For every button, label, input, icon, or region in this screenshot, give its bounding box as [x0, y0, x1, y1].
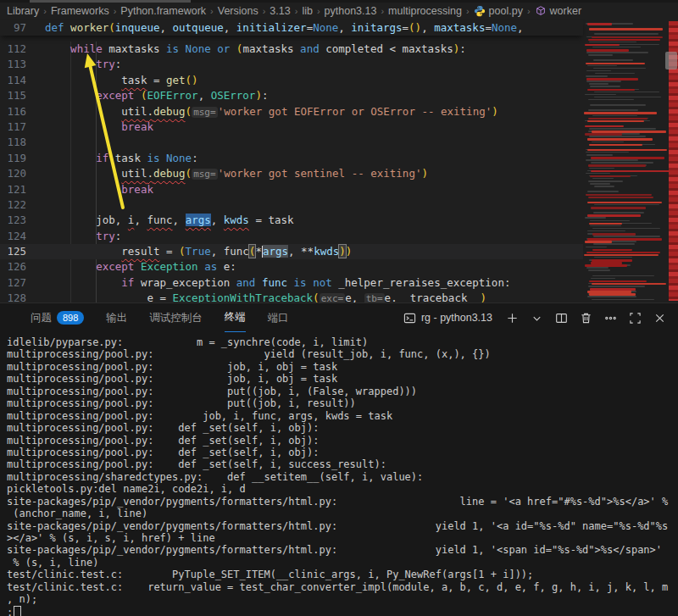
terminal-output[interactable]: idlelib/pyparse.py: m = _synchre(code, i…	[0, 334, 678, 616]
breadcrumb-item-python-framework[interactable]: Python.framework	[120, 5, 206, 17]
code-line-114[interactable]: 114 task = get()	[0, 73, 583, 88]
code-line-123[interactable]: 123 job, i, func, args, kwds = task	[0, 213, 583, 228]
breadcrumb-item-python3-13[interactable]: python3.13	[325, 5, 377, 17]
line-number[interactable]: 117	[0, 119, 26, 135]
breadcrumb-item-pool-py[interactable]: pool.py	[474, 5, 523, 17]
code-line-122[interactable]: 122	[0, 197, 583, 213]
maximize-panel-icon[interactable]	[626, 309, 643, 326]
panel-tabs: 问题898输出调试控制台终端端口	[31, 303, 289, 332]
terminal-row: multiprocessing/pool.py: job, i, obj = t…	[7, 361, 678, 373]
code-line-115[interactable]: 115 except (EOFError, OSError):	[0, 88, 583, 103]
breadcrumb-separator: ›	[210, 6, 214, 16]
close-panel-icon[interactable]	[651, 309, 668, 326]
line-number[interactable]: 116	[0, 104, 26, 119]
line-number[interactable]: 127	[0, 275, 26, 291]
line-number[interactable]: 120	[0, 166, 26, 181]
line-number[interactable]: 121	[0, 182, 26, 197]
line-number[interactable]: 118	[0, 135, 26, 150]
code-line-113[interactable]: 113 try:	[0, 57, 583, 72]
terminal-row: ></a>' % (s, i, s, i, href) + line	[7, 532, 678, 544]
line-number[interactable]: 124	[0, 229, 26, 244]
breadcrumb-item-library[interactable]: Library	[7, 5, 39, 17]
code-line-119[interactable]: 119 if task is None:	[0, 151, 583, 166]
panel-tab-terminal-active[interactable]: 终端	[225, 303, 246, 332]
line-number[interactable]: 113	[0, 57, 26, 72]
terminal-icon	[403, 312, 416, 325]
terminal-row: (anchor_name, i, line)	[7, 508, 678, 519]
python-icon	[474, 5, 486, 17]
line-number[interactable]: 126	[0, 259, 26, 275]
terminal-row: idlelib/pyparse.py: m = _synchre(code, i…	[7, 336, 678, 348]
terminal-row: multiprocessing/pool.py: def _set(self, …	[7, 435, 678, 447]
code-line-120[interactable]: 120 util.debug(msg='worker got sentinel …	[0, 166, 583, 181]
scrollbar-slider[interactable]	[665, 52, 677, 69]
terminal-row: site-packages/pip/_vendor/pygments/forma…	[7, 544, 678, 556]
split-terminal-icon[interactable]	[553, 309, 570, 326]
terminal-row: % (s, i, line)	[7, 557, 678, 569]
terminal-row: multiprocessing/pool.py: yield (result_j…	[7, 348, 678, 360]
terminal-row: multiprocessing/pool.py: def _set(self, …	[7, 422, 678, 434]
panel-tab-2[interactable]: 调试控制台	[149, 304, 203, 332]
code-editor[interactable]: 112 while maxtasks is None or (maxtasks …	[0, 19, 678, 302]
code-line-117[interactable]: 117 break	[0, 119, 583, 135]
terminal-row: multiprocessing/pool.py: job, i, obj = t…	[7, 373, 678, 385]
code-line-125[interactable]: 125 result = (True, func(*args, **kwds))	[0, 244, 583, 259]
problems-count-badge: 898	[57, 311, 84, 325]
bottom-panel: 问题898输出调试控制台终端端口 rg - python3.13 idlelib…	[0, 302, 678, 616]
code-line-116[interactable]: 116 util.debug(msg='worker got EOFError …	[0, 104, 583, 119]
more-actions-icon[interactable]	[602, 309, 619, 326]
vscode-window: Library›Frameworks›Python.framework›Vers…	[0, 0, 678, 616]
line-number[interactable]: 128	[0, 291, 26, 302]
line-number[interactable]: 119	[0, 151, 26, 166]
sticky-line-97[interactable]: 97def worker(inqueue, outqueue, initiali…	[0, 20, 583, 36]
terminal-row: multiprocessing/pool.py: def _set(self, …	[7, 458, 678, 470]
breadcrumb: Library›Frameworks›Python.framework›Vers…	[0, 3, 678, 19]
breadcrumb-item-worker[interactable]: worker	[535, 5, 582, 17]
breadcrumb-item-3-13[interactable]: 3.13	[270, 5, 290, 17]
breadcrumb-separator: ›	[381, 6, 384, 16]
code-line-124[interactable]: 124 try:	[0, 229, 583, 244]
terminal-row: multiprocessing/pool.py: job, i, func, a…	[7, 410, 678, 422]
code-line-126[interactable]: 126 except Exception as e:	[0, 259, 583, 275]
breadcrumb-item-multiprocessing[interactable]: multiprocessing	[388, 5, 462, 17]
terminal-row: multiprocessing/pool.py: put((job, i, re…	[7, 397, 678, 409]
minimap[interactable]	[583, 21, 667, 301]
new-terminal-icon[interactable]	[503, 309, 520, 326]
breadcrumb-separator: ›	[317, 6, 320, 16]
breadcrumb-separator: ›	[295, 6, 298, 16]
terminal-session[interactable]: rg - python3.13	[403, 312, 492, 325]
panel-actions: rg - python3.13	[403, 309, 668, 326]
breadcrumb-item-versions[interactable]: Versions	[218, 5, 258, 17]
panel-tab-4[interactable]: 端口	[268, 304, 289, 332]
panel-tab-1[interactable]: 输出	[106, 304, 127, 332]
symbol-cube-icon	[535, 5, 547, 17]
code-line-127[interactable]: 127 if wrap_exception and func is not _h…	[0, 275, 583, 291]
line-number[interactable]: 114	[0, 73, 26, 88]
line-number[interactable]: 125	[0, 244, 26, 259]
profile-chevron-icon[interactable]	[528, 309, 545, 326]
code-line-112[interactable]: 112 while maxtasks is None or (maxtasks …	[0, 42, 583, 57]
breadcrumb-item-lib[interactable]: lib	[302, 5, 313, 17]
kill-terminal-icon[interactable]	[577, 309, 594, 326]
terminal-row: pickletools.py:del name2i, code2i, i, d	[7, 483, 678, 495]
panel-tab-0[interactable]: 问题898	[31, 304, 84, 332]
line-number[interactable]: 123	[0, 213, 26, 228]
line-number[interactable]: 112	[0, 42, 26, 57]
overview-ruler[interactable]	[669, 21, 678, 301]
code-line-118[interactable]: 118	[0, 135, 583, 150]
breadcrumb-separator: ›	[43, 6, 47, 16]
code-line-128[interactable]: 128 e = ExceptionWithTraceback(exc=e, tb…	[0, 291, 583, 302]
terminal-row: multiprocessing/pool.py: put((job, i, (F…	[7, 386, 678, 397]
breadcrumb-separator: ›	[527, 6, 531, 16]
terminal-row: multiprocessing/pool.py: def _set(self, …	[7, 447, 678, 458]
code-line-121[interactable]: 121 break	[0, 182, 583, 197]
terminal-row: multiprocessing/sharedctypes.py: def __s…	[7, 471, 678, 483]
line-number[interactable]: 97	[0, 20, 26, 36]
breadcrumb-item-frameworks[interactable]: Frameworks	[51, 5, 109, 17]
terminal-row: test/clinic.test.c: return_value = test_…	[7, 581, 678, 593]
terminal-prompt-row: :	[7, 606, 678, 616]
code-lines[interactable]: 112 while maxtasks is None or (maxtasks …	[0, 42, 583, 302]
line-number[interactable]: 122	[0, 197, 26, 213]
line-number[interactable]: 115	[0, 88, 26, 103]
breadcrumb-separator: ›	[263, 6, 266, 16]
